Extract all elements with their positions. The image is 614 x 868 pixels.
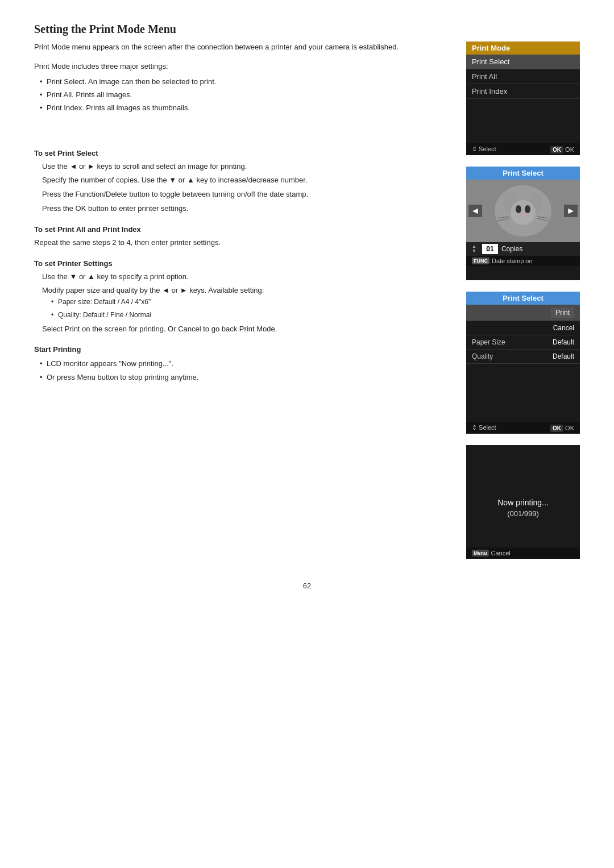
settings-value-papersize: Default (553, 338, 574, 346)
footer-ok: OKOK (550, 146, 574, 153)
bullet-item: Print Select. An image can then be selec… (40, 75, 449, 88)
step-item: Modify paper size and quality by the ◄ o… (42, 285, 449, 321)
copies-label: Copies (501, 245, 522, 253)
bullet-item: LCD monitor appears "Now printing...". (40, 357, 449, 370)
section-heading-printing: Start Printing (34, 345, 449, 354)
right-column: Print Mode Print Select Print All Print … (466, 41, 580, 559)
section-heading-printselect: To set Print Select (34, 149, 449, 157)
datestamp-bar: FUNC Date stamp on (466, 256, 580, 266)
screen1-footer: ⇕ Select OKOK (466, 143, 580, 155)
svg-point-4 (511, 200, 536, 225)
settings-row-cancel: Cancel (466, 321, 580, 335)
screen-printsettings: Print Select Print Cancel Paper Size Def… (466, 292, 580, 434)
includes-label: Print Mode includes three major settings… (34, 62, 449, 70)
cat-photo (466, 180, 580, 242)
step-item: Press the Function/Delete button to togg… (42, 189, 449, 201)
printing-count: (001/999) (507, 509, 539, 518)
settings-row-quality: Quality Default (466, 350, 580, 364)
intro-text: Print Mode menu appears on the screen af… (34, 41, 449, 53)
printing-text: Now printing... (497, 498, 548, 507)
screen4-footer: Menu Cancel (466, 547, 580, 559)
main-bullets: Print Select. An image can then be selec… (34, 75, 449, 115)
settings-label-papersize: Paper Size (472, 338, 505, 346)
bullet-item: Print All. Prints all images. (40, 88, 449, 101)
svg-point-6 (525, 205, 530, 213)
screen-printing: Now printing... (001/999) Menu Cancel (466, 445, 580, 559)
printing-bullets: LCD monitor appears "Now printing...". O… (34, 357, 449, 384)
section-heading-printer: To set Printer Settings (34, 259, 449, 268)
footer-select-icon3: ⇕ Select (472, 424, 496, 431)
left-column: Print Mode menu appears on the screen af… (34, 41, 449, 393)
printing-content: Now printing... (001/999) (466, 468, 580, 547)
menu-badge: Menu (472, 550, 489, 556)
copies-bar: ▲ ▼ 01 Copies (466, 242, 580, 256)
settings-row-papersize: Paper Size Default (466, 335, 580, 350)
printer-steps: Use the ▼ or ▲ key to specify a print op… (34, 271, 449, 335)
page-title: Setting the Print Mode Menu (34, 23, 580, 36)
footer-select-icon: ⇕ Select (472, 146, 496, 153)
copies-arrows: ▲ ▼ (472, 244, 476, 254)
menu-item-printselect: Print Select (466, 55, 580, 69)
nav-arrow-left[interactable]: ◄ (468, 205, 482, 217)
nav-arrow-right[interactable]: ► (564, 205, 578, 217)
copies-down[interactable]: ▼ (472, 249, 476, 254)
screen-printmode: Print Mode Print Select Print All Print … (466, 41, 580, 155)
settings-label-quality: Quality (472, 352, 493, 360)
settings-value-cancel: Cancel (553, 324, 574, 332)
settings-value-print: Print (551, 308, 574, 318)
func-badge: FUNC (472, 258, 489, 264)
screen1-title: Print Mode (466, 41, 580, 55)
printselect-steps: Use the ◄ or ► keys to scroll and select… (34, 161, 449, 215)
sub-bullet-item: Paper size: Default / A4 / 4"x6" (51, 297, 449, 308)
sub-bullet-item: Quality: Default / Fine / Normal (51, 310, 449, 321)
step-item: Use the ▼ or ▲ key to specify a print op… (42, 271, 449, 283)
menu-item-printall: Print All (466, 69, 580, 84)
step-item: Specify the number of copies. Use the ▼ … (42, 175, 449, 186)
cancel-label: Cancel (491, 550, 511, 556)
footer-ok3: OKOK (550, 425, 574, 431)
step-item: Select Print on the screen for printing.… (42, 323, 449, 335)
section-heading-printall: To set Print All and Print Index (34, 225, 449, 234)
screen3-footer: ⇕ Select OKOK (466, 422, 580, 434)
screen2-title: Print Select (466, 167, 580, 180)
datestamp-text: Date stamp on (492, 258, 533, 264)
settings-row-print: Print (466, 305, 580, 321)
cat-svg (466, 180, 580, 242)
bullet-item: Or press Menu button to stop printing an… (40, 371, 449, 384)
menu-item-printindex: Print Index (466, 84, 580, 99)
step-item: Use the ◄ or ► keys to scroll and select… (42, 161, 449, 173)
screen-printselect-photo: Print Select (466, 167, 580, 280)
printall-intro: Repeat the same steps 2 to 4, then enter… (34, 237, 449, 249)
svg-point-5 (516, 205, 521, 213)
screen3-title: Print Select (466, 292, 580, 305)
settings-value-quality: Default (553, 352, 574, 360)
svg-point-7 (521, 213, 525, 217)
step-item: Press the OK button to enter printer set… (42, 203, 449, 215)
photo-area: ◄ ► (466, 180, 580, 242)
copies-number: 01 (482, 244, 498, 254)
page-number: 62 (34, 582, 580, 590)
bullet-item: Print Index. Prints all images as thumbn… (40, 101, 449, 114)
